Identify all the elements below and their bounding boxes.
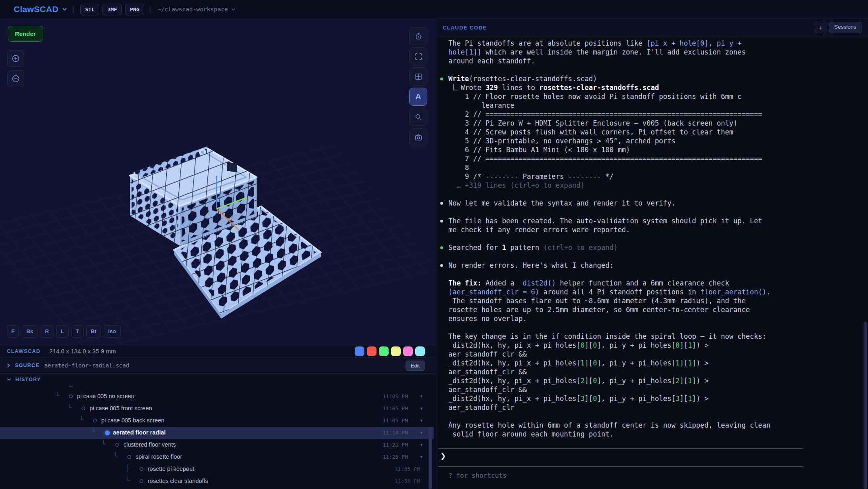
terminal-line: The file has been created. The auto-vali… <box>448 216 868 225</box>
view-iso-button[interactable]: Iso <box>104 325 121 338</box>
bullet-icon <box>440 78 443 80</box>
grid-icon[interactable] <box>409 67 427 86</box>
tree-connector: └ <box>91 428 95 436</box>
terminal-blank-line <box>448 190 868 199</box>
new-session-button[interactable]: + <box>815 22 826 33</box>
annotations-toggle[interactable]: A <box>409 88 427 106</box>
zoom-out-button[interactable] <box>7 70 24 87</box>
export-stl-button[interactable]: STL <box>80 4 99 15</box>
sessions-button[interactable]: Sessions <box>829 22 862 33</box>
color-swatch-6[interactable] <box>415 346 425 356</box>
node-circle <box>82 407 85 410</box>
header-buttons: + Sessions <box>815 22 862 33</box>
history-item-partial[interactable]: └ <box>0 386 434 390</box>
color-swatch-3[interactable] <box>379 346 389 356</box>
history-item[interactable]: └pi case 005 no screen11:05 PM▾ <box>0 390 434 403</box>
color-swatch-2[interactable] <box>367 346 376 356</box>
history-item[interactable]: ├rosette pi keepout11:35 PM <box>0 463 434 475</box>
prompt-divider-top <box>438 448 803 449</box>
view-bt-button[interactable]: Bt <box>86 325 101 338</box>
export-buttons: STL3MFPNG <box>80 4 144 15</box>
history-tree: └└pi case 005 no screen11:05 PM▾└pi case… <box>0 386 434 489</box>
edit-button[interactable]: Edit <box>406 361 425 371</box>
source-filename: aerated-floor-radial.scad <box>44 362 130 369</box>
terminal-line: 2 // ===================================… <box>448 110 868 119</box>
view-bk-button[interactable]: Bk <box>22 325 38 338</box>
export-png-button[interactable]: PNG <box>125 4 144 15</box>
workspace-selector[interactable]: ~/clawscad-workspace <box>157 6 235 13</box>
history-item-label: aerated floor radial <box>113 429 166 436</box>
chevron-down-icon[interactable]: ▾ <box>420 394 422 399</box>
export-3mf-button[interactable]: 3MF <box>102 4 121 15</box>
bullet-icon <box>440 246 443 249</box>
inspect-icon[interactable] <box>409 108 427 126</box>
terminal-blank-line <box>448 208 868 216</box>
color-swatches <box>355 346 425 356</box>
view-f-button[interactable]: F <box>7 325 19 338</box>
tree-connector: ├ <box>126 464 130 472</box>
viewport-canvas[interactable]: Render A FBkRLTBtIso <box>0 19 436 344</box>
history-item[interactable]: └aerated floor radial11:14 PM▾ <box>0 427 434 439</box>
terminal-line: 1 // Floor rosette holes now avoid Pi st… <box>448 92 868 101</box>
chevron-down-icon[interactable]: ▾ <box>420 430 422 435</box>
history-item-time: 11:14 PM <box>383 430 408 436</box>
app-menu[interactable]: ClawSCAD <box>14 4 67 14</box>
history-item-time: 11:50 PM <box>395 478 420 484</box>
terminal-line: hole[1]] which are well inside the margi… <box>448 48 868 57</box>
terminal-blank-line <box>448 65 868 74</box>
history-item[interactable]: └clustered floor vents11:21 PM▾ <box>0 439 434 451</box>
terminal-line: Write(rosettes-clear-standoffs.scad) <box>448 74 868 83</box>
clawscad-app: ClawSCAD STL3MFPNG ~/clawscad-workspace <box>0 0 868 489</box>
history-item[interactable]: └rosettes clear standoffs11:50 PM <box>0 475 434 487</box>
prompt-divider-bottom <box>438 466 803 467</box>
terminal-line: _dist2d(hx, hy, pi_x + pi_holes[1][0], p… <box>448 359 868 367</box>
zoom-in-button[interactable] <box>7 50 24 67</box>
history-item[interactable]: └spiral rosette floor11:25 PM▾ <box>0 451 434 463</box>
source-row[interactable]: SOURCE aerated-floor-radial.scad Edit <box>0 357 436 374</box>
fullscreen-icon[interactable] <box>409 47 427 65</box>
history-item[interactable]: └pi case 005 back screen11:05 PM▾ <box>0 415 434 427</box>
terminal-blank-line <box>448 270 868 279</box>
chevron-right-icon <box>7 363 10 368</box>
terminal-blank-line <box>448 252 868 261</box>
history-item-label: clustered floor vents <box>123 441 176 448</box>
source-label: SOURCE <box>15 363 40 368</box>
render-button[interactable]: Render <box>8 26 43 42</box>
terminal-line: learance <box>448 101 868 110</box>
bullet-icon <box>440 220 443 222</box>
history-item[interactable]: └pi case 005 front screen11:05 PM▾ <box>0 403 434 415</box>
workspace-path: ~/clawscad-workspace <box>157 6 228 13</box>
terminal-scrollbar[interactable] <box>864 322 867 489</box>
terminal-blank-line <box>448 234 868 243</box>
camera-icon[interactable] <box>409 128 427 146</box>
history-scrollbar[interactable] <box>429 427 432 489</box>
claude-code-header: CLAUDE CODE + Sessions <box>436 19 868 36</box>
view-r-button[interactable]: R <box>41 325 54 338</box>
terminal-line: Wrote 329 lines to rosettes-clear-stando… <box>448 83 868 92</box>
terminal-line: aer_standoff_clr <box>448 403 868 412</box>
prompt-input[interactable]: ❯ <box>440 450 446 462</box>
model-dimensions: 214.0 x 134.0 x 35.9 mm <box>49 348 116 355</box>
history-item-time: 11:21 PM <box>383 442 408 448</box>
history-item-time: 11:05 PM <box>383 393 408 399</box>
color-swatch-5[interactable] <box>403 346 413 356</box>
terminal-line: _dist2d(hx, hy, pi_x + pi_holes[3][0], p… <box>448 394 868 403</box>
color-swatch-1[interactable] <box>355 346 364 356</box>
terminal-line: 5 // 3D-printable, no overhangs > 45°, a… <box>448 136 868 145</box>
view-l-button[interactable]: L <box>56 325 68 338</box>
chevron-down-icon[interactable]: ▾ <box>420 418 422 423</box>
terminal-line: The key change is in the if condition in… <box>448 332 868 341</box>
bullet-icon <box>440 202 443 205</box>
tree-connector: └ <box>68 404 72 411</box>
chevron-down-icon[interactable]: ▾ <box>420 406 422 411</box>
left-panel: Render A FBkRLTBtIso CLAWSCAD 214.0 x 13… <box>0 19 436 489</box>
terminal-line: ensures no overlap. <box>448 314 868 323</box>
view-t-button[interactable]: T <box>71 325 84 338</box>
color-swatch-4[interactable] <box>391 346 401 356</box>
history-header[interactable]: HISTORY <box>0 374 436 386</box>
app-title: ClawSCAD <box>14 4 59 14</box>
status-bar: CLAWSCAD 214.0 x 134.0 x 35.9 mm <box>0 344 436 357</box>
chevron-down-icon[interactable]: ▾ <box>420 454 422 460</box>
chevron-down-icon[interactable]: ▾ <box>420 442 422 447</box>
orbit-icon[interactable] <box>409 27 427 45</box>
